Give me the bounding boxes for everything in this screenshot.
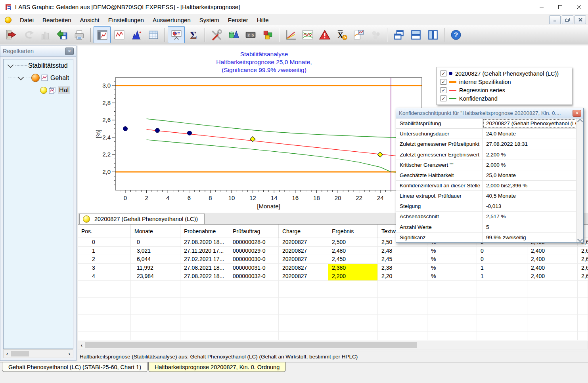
dialog-row-zuletzt-gemessener-prüfzeitpunkt[interactable]: Zuletzt gemessener Prüfzeitpunkt27.08.20… [396, 139, 576, 149]
dialog-row-achsenabschnitt[interactable]: Achsenabschnitt2,517 % [396, 212, 576, 222]
table-cell[interactable]: 20200827 [279, 264, 328, 272]
dialog-row-value[interactable]: 27.08.2022 18:31 [483, 139, 576, 149]
table-cell[interactable]: 2,6 [578, 255, 588, 264]
dialog-row-value[interactable]: 20200827 (Gehalt Phenoxyethanol (LC) [483, 118, 576, 128]
table-cell[interactable]: 11,992 [131, 264, 180, 272]
dialog-scrollbar[interactable] [576, 118, 583, 242]
control-chart-icon[interactable] [299, 26, 316, 43]
sigma-icon[interactable]: Σ [185, 26, 202, 43]
mdi-minimize-button[interactable] [549, 15, 561, 24]
close-button[interactable] [569, 0, 588, 14]
legend-checkbox[interactable]: ✓ [441, 87, 446, 93]
measurement-point[interactable] [123, 127, 128, 131]
dialog-row-kritischer-grenzwert[interactable]: Kritischer Grenzwert ""2,000 % [396, 160, 576, 170]
dialog-row-value[interactable]: 2,000 % [483, 160, 576, 170]
sidebar-hscrollbar[interactable]: ‹ › [3, 349, 73, 358]
table-cell[interactable]: 2,6 [578, 247, 588, 255]
table-cell[interactable]: 000000030-0 [229, 255, 279, 264]
table-cell[interactable]: 27.08.2022 18... [180, 272, 229, 281]
counter-icon[interactable]: 25 [242, 26, 259, 43]
dialog-row-untersuchungsdauer[interactable]: Untersuchungsdauer24,0 Monate [396, 129, 576, 139]
dialog-row-value[interactable]: -0,013 [483, 201, 576, 211]
scroll-thumb[interactable] [85, 342, 417, 348]
system-menu-icon[interactable] [5, 17, 11, 23]
bottom-tab-1[interactable]: Gehalt Phenoxyethanol (LC) (STABI-25-60,… [2, 362, 147, 372]
table-cell[interactable]: 2,400 [527, 264, 578, 272]
menu-item-bearbeiten[interactable]: Bearbeiten [38, 15, 76, 25]
table-cell[interactable]: 000000032-0 [229, 272, 279, 281]
table-cell[interactable]: 23,984 [131, 272, 180, 281]
menu-item-auswertungen[interactable]: Auswertungen [148, 15, 195, 25]
dialog-row-value[interactable]: 2,000 bis2,396 % [483, 181, 576, 191]
table-hscrollbar[interactable]: ‹ [78, 341, 588, 349]
alarm-icon[interactable] [316, 26, 333, 43]
mdi-close-button[interactable] [575, 15, 586, 24]
regression-chart-icon[interactable] [282, 26, 299, 43]
table-cell[interactable]: 2,400 [527, 247, 578, 255]
scroll-up-icon[interactable] [577, 119, 582, 124]
tools-icon[interactable] [208, 26, 225, 43]
table-row[interactable]: 26,04427.02.2021 17...000000030-02020082… [78, 255, 588, 264]
dialog-row-value[interactable]: 25,0 Monate [483, 170, 576, 180]
table-cell[interactable]: 2,200 [328, 272, 378, 281]
table-cell[interactable]: 2,380 [328, 264, 378, 272]
dialog-row-steigung[interactable]: Steigung-0,013 [396, 201, 576, 212]
table-header-prüfauftrag[interactable]: Prüfauftrag [229, 225, 279, 238]
table-cell[interactable]: % [427, 247, 477, 255]
cascade-windows-icon[interactable] [390, 26, 407, 43]
dialog-row-geschätzte-haltbarkeit[interactable]: Geschätzte Haltbarkeit25,0 Monate [396, 170, 576, 181]
cubes-icon[interactable] [259, 26, 276, 43]
table-cell[interactable]: 2,38 [378, 264, 427, 272]
menu-item-system[interactable]: System [195, 15, 224, 25]
table-cell[interactable]: 6,044 [131, 255, 180, 264]
table-cell[interactable]: 27.02.2021 17... [180, 255, 229, 264]
measurement-point[interactable] [187, 131, 192, 135]
table-cell[interactable]: 2,20 [378, 272, 427, 281]
dialog-row-value[interactable]: 40,5 Monate [483, 191, 576, 201]
table-header-pos[interactable]: Pos. [78, 225, 131, 238]
chevron-down-icon[interactable] [8, 62, 14, 68]
table-cell[interactable]: 000000031-0 [229, 264, 279, 272]
tile-vertical-icon[interactable] [424, 26, 441, 43]
table-cell[interactable]: 000000029-0 [229, 247, 279, 255]
table-cell[interactable]: 3,021 [131, 247, 180, 255]
table-cell[interactable]: 0 [477, 247, 527, 255]
dialog-close-icon[interactable]: ✕ [573, 110, 581, 117]
presentation-view-icon[interactable] [168, 26, 185, 43]
table-header-monate[interactable]: Monate [131, 225, 180, 238]
chart-table-view-icon[interactable] [94, 26, 111, 43]
table-header-charge[interactable]: Charge [279, 225, 328, 238]
scroll-down-icon[interactable] [577, 236, 582, 242]
dialog-row-anzahl-werte[interactable]: Anzahl Werte5 [396, 222, 576, 232]
legend-checkbox[interactable]: ✓ [441, 71, 446, 76]
table-cell[interactable]: 3 [78, 264, 131, 272]
table-cell[interactable]: 0 [131, 238, 180, 247]
scroll-thumb[interactable] [11, 351, 29, 356]
table-cell[interactable]: 20200827 [279, 255, 328, 264]
dialog-row-value[interactable]: 2,200 % [483, 149, 576, 159]
table-cell[interactable]: 2,48 [378, 247, 427, 255]
table-cell[interactable]: 1 [78, 247, 131, 255]
table-cell[interactable]: 27.08.2020 18... [180, 238, 229, 247]
table-cell[interactable]: 2,480 [328, 247, 378, 255]
table-cell[interactable]: 27.11.2020 17... [180, 247, 229, 255]
menu-item-datei[interactable]: Datei [15, 15, 38, 25]
minimize-button[interactable] [532, 0, 551, 14]
table-cell[interactable]: 2 [78, 255, 131, 264]
table-cell[interactable]: 0 [78, 238, 131, 247]
table-cell[interactable]: % [427, 272, 477, 281]
menu-item-einstellungen[interactable]: Einstellungen [104, 15, 148, 25]
xbar-clock-icon[interactable]: X [333, 26, 350, 43]
histogram-view-icon[interactable] [128, 26, 145, 43]
dialog-row-value[interactable]: 5 [483, 222, 576, 232]
legend-checkbox[interactable]: ✓ [441, 79, 446, 85]
chart-report-icon[interactable] [350, 26, 367, 43]
table-cell[interactable]: 20200827 [279, 272, 328, 281]
chevron-down-icon[interactable] [18, 74, 24, 80]
mdi-restore-button[interactable] [562, 15, 573, 24]
table-cell[interactable]: % [427, 255, 477, 264]
table-cell[interactable]: % [427, 264, 477, 272]
dialog-row-value[interactable]: 99.9% zweiseitig [483, 232, 576, 242]
dialog-row-konfidenzintervall-an-dieser-stelle[interactable]: Konfidenzintervall an dieser Stelle2,000… [396, 181, 576, 191]
scroll-left-icon[interactable]: ‹ [4, 351, 11, 357]
